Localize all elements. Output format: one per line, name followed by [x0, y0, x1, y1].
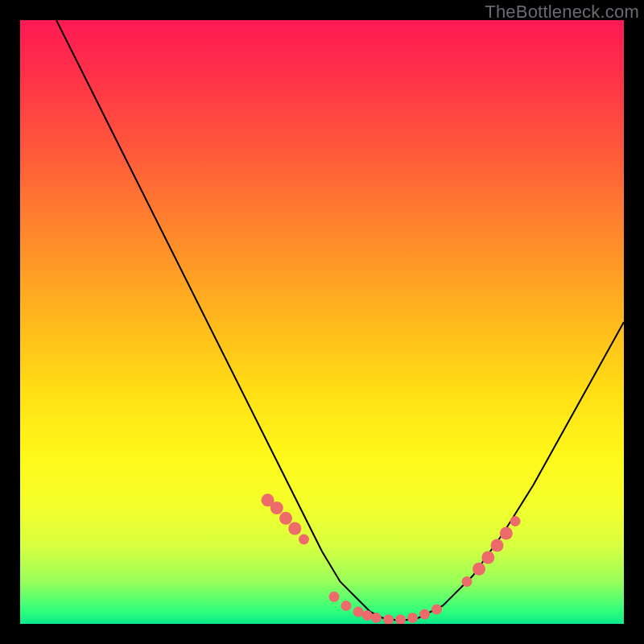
curve-marker — [419, 609, 430, 620]
curve-marker — [288, 522, 301, 535]
curve-marker — [481, 551, 494, 564]
curve-marker — [270, 502, 283, 514]
curve-marker — [500, 527, 513, 540]
curve-marker — [341, 601, 352, 611]
curve-marker — [462, 576, 473, 587]
curve-markers — [262, 493, 521, 624]
curve-marker — [279, 512, 292, 525]
curve-marker — [353, 607, 364, 617]
curve-marker — [383, 614, 394, 624]
curve-marker — [510, 516, 521, 526]
curve-marker — [395, 614, 406, 624]
curve-marker — [491, 539, 504, 552]
curve-marker — [407, 613, 418, 623]
chart-plot-area — [20, 20, 624, 624]
bottleneck-curve — [56, 20, 624, 621]
curve-marker — [362, 610, 373, 621]
curve-marker — [329, 592, 340, 602]
watermark-text: TheBottleneck.com — [485, 2, 639, 23]
chart-svg — [20, 20, 624, 624]
curve-marker — [371, 613, 382, 623]
curve-marker — [473, 563, 485, 576]
curve-marker — [431, 605, 442, 615]
curve-marker — [299, 535, 309, 545]
